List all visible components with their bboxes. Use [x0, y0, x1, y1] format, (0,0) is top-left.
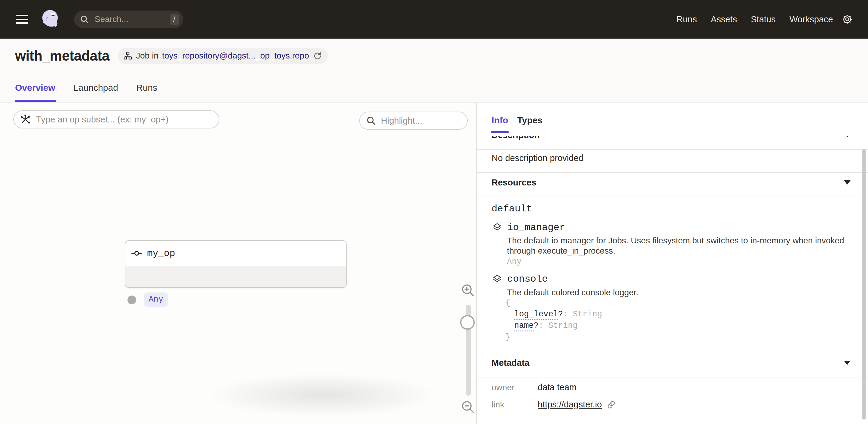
resource-layers-icon [492, 274, 502, 285]
config-open-brace: { [505, 297, 602, 308]
refresh-icon[interactable] [313, 52, 322, 60]
job-tabs: Overview Launchpad Runs [15, 83, 157, 102]
metadata-row-owner: owner data team [492, 383, 577, 392]
config-field: log_level?: String [505, 308, 602, 320]
description-empty-text: No description provided [492, 153, 584, 163]
config-field-optional: ? [558, 310, 563, 319]
external-link-icon[interactable] [607, 400, 616, 409]
info-panel: Description No description provided Reso… [477, 102, 868, 424]
job-repo-link[interactable]: toys_repository@dagst..._op_toys.repo [162, 51, 309, 61]
metadata-key: link [492, 400, 538, 410]
op-subset-input[interactable] [36, 114, 213, 125]
zoom-slider-thumb[interactable] [460, 315, 475, 330]
config-field-name[interactable]: name [514, 321, 534, 331]
resource-description: The default colored console logger. [507, 287, 868, 298]
content: my_op Any [0, 102, 868, 424]
panel-tab-info[interactable]: Info [492, 115, 508, 125]
resource-layers-icon [492, 222, 502, 233]
page-title: with_metadata [15, 48, 110, 64]
op-icon [131, 250, 143, 256]
resource-name[interactable]: io_manager [507, 222, 565, 233]
output-port-dot[interactable] [127, 296, 136, 304]
config-close-brace: } [505, 331, 602, 343]
resource-item: io_manager [492, 222, 565, 233]
highlight-input[interactable] [380, 116, 462, 126]
search-shortcut-badge: / [170, 14, 179, 25]
resource-item: console [492, 274, 548, 285]
resource-group-name: default [492, 203, 532, 214]
resource-description: The default io manager for Jobs. Uses fi… [507, 236, 868, 256]
canvas-shadow [163, 365, 477, 424]
nav-links: Runs Assets Status Workspace [677, 14, 833, 24]
config-field-type: : String [538, 321, 578, 330]
op-subset-filter[interactable] [13, 110, 219, 128]
metadata-value: data team [538, 383, 577, 392]
top-nav: / Runs Assets Status Workspace [0, 0, 868, 39]
resources-collapse-caret-icon[interactable] [844, 180, 850, 185]
op-node-body [125, 266, 346, 287]
divider [477, 377, 868, 378]
metadata-collapse-caret-icon[interactable] [844, 361, 850, 365]
panel-tab-types[interactable]: Types [517, 115, 542, 125]
search-input[interactable] [94, 14, 170, 24]
resource-type: Any [507, 257, 522, 266]
tab-launchpad[interactable]: Launchpad [73, 83, 118, 102]
metadata-row-link: link https://dagster.io [492, 400, 616, 410]
config-field: name?: String [505, 320, 602, 331]
config-field-type: : String [563, 310, 602, 319]
nav-item-workspace[interactable]: Workspace [789, 14, 833, 24]
zoom-in-icon[interactable] [461, 283, 475, 299]
tab-runs[interactable]: Runs [136, 83, 157, 102]
settings-gear-icon[interactable] [841, 13, 853, 25]
divider [477, 354, 868, 354]
global-search[interactable]: / [74, 10, 183, 28]
nav-item-status[interactable]: Status [751, 14, 775, 24]
graph-pane: my_op Any [0, 102, 477, 424]
panel-scrollbar[interactable] [862, 149, 866, 420]
job-breadcrumb-pill: Job in toys_repository@dagst..._op_toys.… [118, 48, 328, 64]
nav-item-runs[interactable]: Runs [677, 14, 697, 24]
metadata-link-value[interactable]: https://dagster.io [538, 400, 602, 410]
op-node-my-op[interactable]: my_op [125, 240, 347, 288]
metadata-key: owner [492, 383, 538, 392]
op-selector-icon [20, 114, 31, 125]
output-type-badge[interactable]: Any [144, 293, 168, 307]
job-graph-icon [123, 51, 132, 60]
dagster-logo-icon[interactable] [39, 8, 61, 30]
panel-tabs: Info Types [477, 102, 868, 136]
resources-section-title: Resources [492, 178, 536, 188]
search-icon [366, 116, 376, 126]
op-output-row: Any [127, 293, 168, 307]
config-field-name[interactable]: log_level [514, 310, 558, 320]
hamburger-menu-icon[interactable] [16, 15, 28, 24]
divider [477, 149, 868, 150]
dagster-app: / Runs Assets Status Workspace with_meta… [0, 0, 868, 424]
divider [477, 172, 868, 173]
job-pill-prefix: Job in [136, 51, 158, 61]
op-node-name: my_op [147, 248, 175, 259]
page-header: with_metadata Job in toys_repository@dag… [0, 39, 868, 102]
nav-item-assets[interactable]: Assets [711, 14, 737, 24]
tab-overview[interactable]: Overview [15, 83, 55, 102]
resource-name[interactable]: console [507, 274, 548, 285]
config-schema-block: { log_level?: String name?: String } [505, 297, 602, 343]
divider [477, 195, 868, 195]
highlight-filter[interactable] [359, 112, 468, 130]
config-field-optional: ? [534, 321, 538, 330]
zoom-out-icon[interactable] [461, 400, 475, 415]
search-icon [80, 14, 89, 24]
metadata-section-title: Metadata [492, 358, 530, 368]
